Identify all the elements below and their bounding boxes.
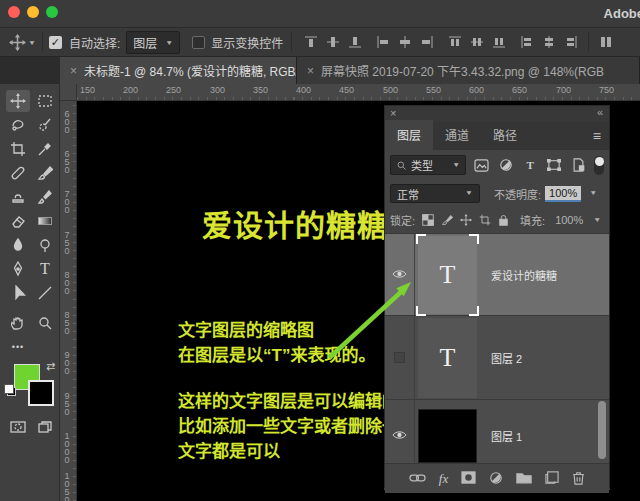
horizontal-ruler: 150 200 250 300 350 400 450 500 550 600 … — [77, 84, 640, 101]
fill-value-field[interactable]: 100% — [552, 213, 586, 227]
ruler-origin-corner[interactable] — [60, 84, 77, 101]
image-layer-thumbnail[interactable] — [418, 409, 477, 463]
clone-stamp-tool-button[interactable] — [6, 186, 30, 208]
minimize-window-button[interactable] — [27, 6, 39, 18]
panel-menu-icon[interactable]: ≡ — [593, 128, 601, 144]
layer-row-layer1[interactable]: 图层 1 — [385, 400, 609, 463]
align-vertical-centers-button[interactable] — [322, 32, 344, 52]
collapse-panel-icon[interactable]: « — [597, 106, 603, 118]
link-layers-icon[interactable] — [409, 472, 426, 486]
dodge-tool-button[interactable] — [33, 234, 57, 256]
layer-style-fx-icon[interactable]: fx — [439, 471, 448, 487]
layer-row-layer2[interactable]: T 图层 2 — [385, 316, 609, 400]
crop-tool-button[interactable] — [6, 138, 30, 160]
hand-tool-button[interactable] — [6, 312, 30, 334]
lasso-tool-button[interactable] — [6, 114, 30, 136]
lock-all-icon[interactable] — [498, 214, 509, 226]
delete-layer-trash-icon[interactable] — [572, 471, 585, 487]
close-panel-icon[interactable]: × — [390, 107, 396, 119]
new-layer-icon[interactable] — [545, 471, 559, 486]
filter-type-dropdown[interactable]: 类型 ▼ — [390, 155, 466, 175]
visibility-eye-icon[interactable] — [392, 430, 407, 442]
align-left-edges-button[interactable] — [372, 32, 394, 52]
filter-smart-objects-icon[interactable] — [570, 158, 588, 172]
path-selection-tool-button[interactable] — [6, 282, 30, 304]
swap-colors-icon[interactable]: ⇄ — [46, 360, 55, 373]
opacity-chevron-icon[interactable]: ▼ — [589, 190, 597, 197]
rectangular-marquee-tool-button[interactable] — [33, 90, 57, 112]
lock-transparency-icon[interactable] — [422, 214, 434, 226]
quick-mask-button[interactable] — [6, 416, 30, 438]
tab-paths[interactable]: 路径 — [481, 120, 529, 150]
distribute-spacing-button[interactable] — [595, 32, 617, 52]
filter-adjustment-layers-icon[interactable] — [497, 158, 515, 172]
blur-tool-button[interactable] — [6, 234, 30, 256]
distribute-right-edges-button[interactable] — [560, 32, 582, 52]
filter-type-layers-icon[interactable]: T — [521, 159, 539, 171]
layer-name[interactable]: 图层 2 — [491, 350, 522, 366]
quick-selection-tool-button[interactable] — [33, 114, 57, 136]
edit-toolbar-ellipsis-button[interactable]: ••• — [6, 336, 30, 358]
eraser-tool-button[interactable] — [6, 210, 30, 232]
new-group-folder-icon[interactable] — [516, 471, 532, 486]
zoom-tool-button[interactable] — [33, 312, 57, 334]
visibility-eye-empty[interactable] — [394, 352, 405, 363]
new-adjustment-layer-icon[interactable] — [489, 471, 503, 487]
panel-scrollbar-thumb[interactable] — [598, 401, 606, 459]
layer-filtering-toggle[interactable] — [594, 156, 604, 175]
layer-name[interactable]: 图层 1 — [491, 428, 522, 444]
move-tool-icon[interactable] — [6, 32, 28, 52]
align-right-edges-button[interactable] — [416, 32, 438, 52]
opacity-value-field[interactable]: 100% — [545, 186, 581, 202]
lock-pixels-icon[interactable] — [441, 214, 453, 226]
lock-position-icon[interactable] — [460, 214, 472, 226]
align-bottom-edges-button[interactable] — [344, 32, 366, 52]
blend-mode-dropdown[interactable]: 正常 ▼ — [390, 184, 480, 203]
tool-preset-chevron-icon[interactable]: ▼ — [28, 38, 36, 45]
visibility-eye-icon[interactable] — [392, 269, 407, 281]
close-tab-icon[interactable]: × — [70, 64, 77, 78]
chevron-down-icon: ▼ — [165, 38, 173, 45]
add-mask-icon[interactable] — [461, 471, 476, 486]
text-layer-thumbnail[interactable]: T — [418, 318, 477, 398]
layer-row-text-selected[interactable]: T 爱设计的糖糖 — [385, 234, 609, 316]
layer-name[interactable]: 爱设计的糖糖 — [491, 267, 557, 283]
close-tab-icon[interactable]: × — [307, 64, 314, 78]
text-layer-thumbnail[interactable]: T — [418, 236, 477, 314]
healing-brush-tool-button[interactable] — [6, 162, 30, 184]
align-horizontal-centers-button[interactable] — [394, 32, 416, 52]
document-tab-untitled[interactable]: × 未标题-1 @ 84.7% (爱设计的糖糖, RGB/8) * — [60, 57, 297, 84]
distribute-bottom-edges-button[interactable] — [488, 32, 510, 52]
default-colors-icon[interactable] — [7, 387, 16, 396]
distribute-horizontal-centers-button[interactable] — [538, 32, 560, 52]
show-transform-checkbox[interactable] — [192, 36, 205, 49]
auto-select-target-dropdown[interactable]: 图层 ▼ — [126, 31, 180, 54]
chevron-down-icon: ▼ — [465, 190, 473, 197]
auto-select-label: 自动选择: — [69, 34, 120, 51]
tab-channels[interactable]: 通道 — [433, 120, 481, 150]
move-tool-button[interactable] — [6, 90, 30, 112]
type-tool-button[interactable]: T — [33, 258, 57, 280]
lock-artboard-icon[interactable] — [479, 214, 491, 226]
eyedropper-tool-button[interactable] — [33, 138, 57, 160]
fill-chevron-icon[interactable]: ▼ — [593, 216, 601, 223]
filter-pixel-layers-icon[interactable] — [472, 159, 490, 172]
background-color-swatch[interactable] — [28, 380, 54, 406]
auto-select-checkbox[interactable]: ✓ — [49, 36, 62, 49]
chevron-down-icon: ▼ — [452, 161, 460, 168]
line-tool-button[interactable] — [33, 282, 57, 304]
distribute-vertical-centers-button[interactable] — [466, 32, 488, 52]
document-tab-screenshot[interactable]: × 屏幕快照 2019-07-20 下午3.43.32.png @ 148%(R… — [297, 57, 640, 84]
distribute-left-edges-button[interactable] — [516, 32, 538, 52]
distribute-top-edges-button[interactable] — [444, 32, 466, 52]
filter-shape-layers-icon[interactable] — [545, 159, 563, 171]
history-brush-tool-button[interactable] — [33, 186, 57, 208]
brush-tool-button[interactable] — [33, 162, 57, 184]
zoom-window-button[interactable] — [46, 6, 58, 18]
screen-mode-button[interactable] — [33, 416, 57, 438]
tab-layers[interactable]: 图层 — [385, 120, 433, 150]
align-top-edges-button[interactable] — [300, 32, 322, 52]
close-window-button[interactable] — [8, 6, 20, 18]
gradient-tool-button[interactable] — [33, 210, 57, 232]
pen-tool-button[interactable] — [6, 258, 30, 280]
